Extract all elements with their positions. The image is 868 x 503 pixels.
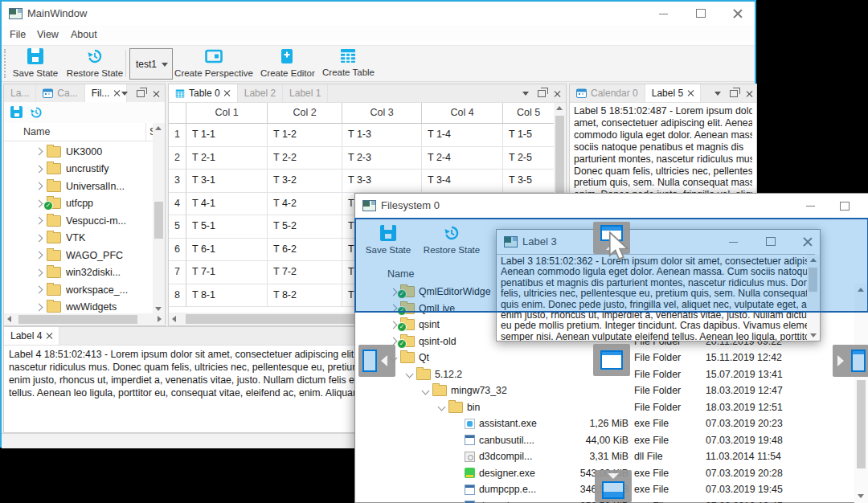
chevron-right-icon[interactable] — [35, 234, 43, 242]
restore-state-button[interactable]: Restore State — [64, 48, 125, 78]
column-header[interactable]: Col 1 — [186, 103, 268, 124]
tab-close-icon[interactable] — [46, 333, 52, 339]
tab-label2[interactable]: Label 2 — [238, 84, 283, 102]
minimize-button[interactable] — [645, 2, 682, 25]
table-cell[interactable]: T 5-1 — [186, 215, 268, 239]
table-cell[interactable]: T 2-4 — [422, 147, 503, 170]
table-cell[interactable]: T 3-4 — [422, 170, 503, 193]
scroll-up-icon[interactable] — [556, 106, 563, 110]
scrollbar-thumb[interactable] — [857, 380, 866, 468]
tree-item[interactable]: workspace_... — [4, 281, 152, 299]
table-cell[interactable]: T 1-5 — [503, 124, 554, 147]
table-cell[interactable]: T 7-1 — [186, 261, 268, 284]
tree-item[interactable]: WAGO_PFC — [4, 247, 152, 264]
scroll-down-icon[interactable] — [858, 494, 864, 498]
chevron-down-icon[interactable] — [422, 386, 430, 395]
table-cell[interactable]: T 1-3 — [342, 124, 422, 147]
chevron-right-icon[interactable] — [35, 303, 43, 311]
tree-item[interactable]: VTK — [4, 230, 152, 247]
tab-calendar0[interactable]: Calendar 0 — [570, 84, 645, 102]
table-cell[interactable]: T 6-1 — [186, 239, 268, 262]
main-titlebar[interactable]: MainWindow — [2, 2, 755, 25]
table-cell[interactable]: T 3-5 — [503, 170, 554, 193]
table-cell[interactable]: T 1-1 — [186, 124, 268, 147]
table-cell[interactable]: T 4-1 — [186, 193, 268, 216]
column-header[interactable]: Col 5 — [503, 103, 554, 124]
scroll-up-icon[interactable] — [155, 126, 162, 130]
undock-button[interactable] — [727, 87, 740, 100]
tree-item[interactable]: UniversalIn... — [4, 178, 152, 195]
chevron-right-icon[interactable] — [35, 286, 43, 294]
tree-item[interactable]: Vespucci-m... — [4, 212, 152, 230]
table-cell[interactable]: T 2-1 — [186, 147, 268, 170]
dock-indicator-center[interactable] — [593, 344, 630, 376]
table-cell[interactable]: T 6-2 — [268, 239, 342, 262]
scroll-right-icon[interactable] — [158, 316, 162, 322]
table-cell[interactable]: T 1-4 — [422, 124, 503, 147]
tree-item[interactable]: assistant.exe 1,26 MiB exe File 07.03.20… — [355, 415, 854, 432]
tab-label4[interactable]: Label 4 — [4, 327, 59, 345]
tab-label5[interactable]: Label 5 — [645, 84, 701, 102]
table-cell[interactable]: T 3-1 — [186, 170, 268, 193]
column-header[interactable]: Col 3 — [342, 103, 422, 124]
panel-close-button[interactable] — [743, 87, 755, 100]
tree-item[interactable]: d3dcompil... 3,31 MiB dll File 11.03.201… — [355, 448, 854, 465]
chevron-right-icon[interactable] — [35, 268, 43, 276]
maximize-button[interactable] — [682, 2, 719, 25]
tab-close-icon[interactable] — [224, 90, 231, 96]
menu-file[interactable]: File — [10, 29, 26, 40]
dock-indicator-bottom[interactable] — [595, 470, 632, 502]
panel-close-button[interactable] — [551, 87, 563, 100]
tab-label0[interactable]: La... — [4, 84, 36, 102]
table-cell[interactable]: T 3-2 — [268, 170, 342, 193]
toolbar-drag-handle[interactable] — [4, 49, 6, 78]
scroll-left-icon[interactable] — [7, 316, 11, 322]
restore-icon[interactable] — [30, 106, 43, 119]
menu-about[interactable]: About — [71, 29, 97, 40]
table-cell[interactable]: T 5-2 — [268, 215, 342, 239]
menu-view[interactable]: View — [37, 29, 59, 40]
close-button[interactable] — [719, 2, 755, 25]
chevron-down-icon[interactable] — [438, 403, 446, 411]
close-button[interactable] — [857, 194, 868, 219]
table-cell[interactable]: T 2-5 — [503, 147, 554, 170]
tree-item[interactable]: canbusutil.... 44,00 KiB exe File 07.03.… — [355, 432, 854, 449]
chevron-right-icon[interactable] — [35, 199, 43, 207]
table-cell[interactable]: T 8-2 — [268, 284, 342, 308]
panel-close-button[interactable] — [149, 87, 162, 100]
chevron-right-icon[interactable] — [35, 182, 43, 190]
dock-indicator-left[interactable] — [358, 345, 395, 377]
tree-item[interactable]: win32diski... — [4, 264, 152, 282]
tree-item[interactable]: bin File Folder 18.03.2019 12:51 — [355, 399, 854, 416]
create-perspective-button[interactable]: Create Perspective — [166, 48, 261, 78]
scrollbar-thumb[interactable] — [18, 315, 137, 324]
scroll-left-icon[interactable] — [172, 316, 176, 322]
tab-close-icon[interactable] — [687, 90, 694, 96]
column-header[interactable]: Col 4 — [422, 103, 503, 124]
tab-label1[interactable]: Label 1 — [283, 84, 328, 102]
tab-menu-button[interactable] — [118, 87, 131, 100]
table-cell[interactable]: T 1-2 — [268, 124, 342, 147]
chevron-right-icon[interactable] — [35, 217, 43, 225]
column-header-name[interactable]: Name — [23, 126, 50, 137]
table-cell[interactable]: T 2-3 — [342, 147, 422, 170]
create-table-button[interactable]: Create Table — [322, 48, 374, 77]
tree-item[interactable]: wwWidgets — [4, 299, 152, 313]
save-icon[interactable] — [10, 106, 23, 118]
save-state-button[interactable]: Save State — [8, 48, 63, 78]
vertical-scrollbar[interactable] — [854, 284, 868, 503]
scroll-down-icon[interactable] — [155, 307, 162, 311]
tree-item[interactable]: mingw73_32 File Folder 18.03.2019 12:47 — [355, 382, 854, 399]
tree-item[interactable]: UK3000 — [4, 143, 152, 161]
horizontal-scrollbar[interactable] — [4, 313, 165, 325]
filesystem-titlebar[interactable]: Filesystem 0 — [355, 194, 868, 219]
table-cell[interactable]: T 7-2 — [268, 261, 342, 284]
vertical-scrollbar[interactable] — [153, 123, 165, 314]
create-editor-button[interactable]: Create Editor — [260, 48, 313, 78]
table-cell[interactable]: T 4-2 — [268, 193, 342, 216]
minimize-button[interactable] — [792, 194, 818, 219]
tab-table0[interactable]: Table 0 — [169, 84, 238, 102]
dock-indicator-right[interactable] — [833, 345, 868, 377]
tree-item[interactable]: utfcpp — [4, 195, 152, 213]
scrollbar-thumb[interactable] — [154, 202, 163, 239]
